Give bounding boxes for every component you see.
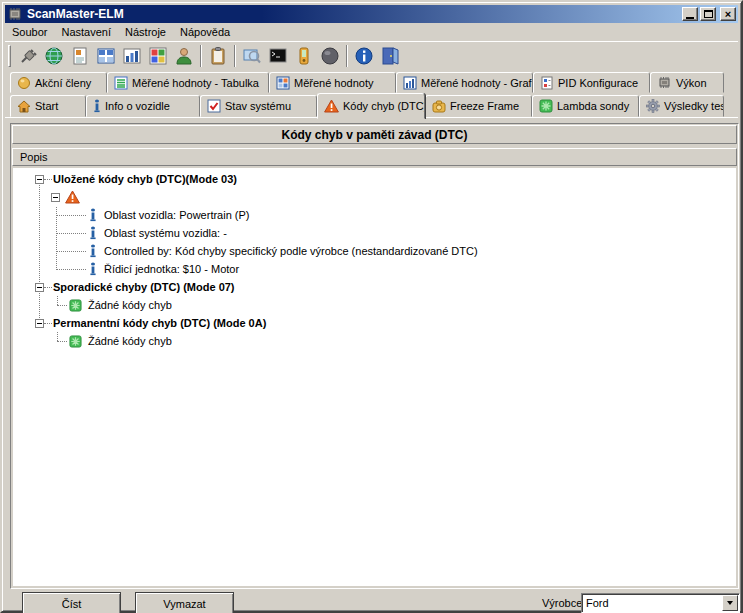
tree-node-no-codes[interactable]: Žádné kódy chyb bbox=[13, 332, 736, 350]
pid-config-icon bbox=[540, 76, 554, 90]
tree-node-stored-codes[interactable]: Uložené kódy chyb (DTC)(Mode 03) bbox=[13, 170, 736, 188]
web-button[interactable] bbox=[41, 43, 67, 69]
menu-nastroje[interactable]: Nástroje bbox=[118, 24, 173, 40]
tree-node-detail[interactable]: Oblast systému vozidla: - bbox=[13, 224, 736, 242]
menu-napoveda[interactable]: Nápověda bbox=[173, 24, 237, 40]
chip-icon bbox=[657, 76, 672, 89]
tab-info-o-vozidle[interactable]: Info o vozidle bbox=[86, 95, 200, 117]
report-icon bbox=[70, 46, 90, 66]
collapse-box-icon[interactable] bbox=[51, 193, 60, 202]
scanmaster-window: ScanMaster-ELM × Soubor Nastavení Nástro… bbox=[0, 0, 743, 613]
tab-lambda-sondy[interactable]: Lambda sondy bbox=[532, 95, 639, 117]
tab-merene-hodnoty[interactable]: Měřené hodnoty bbox=[269, 72, 396, 93]
read-button-label: Číst bbox=[62, 598, 82, 613]
search-screen-icon bbox=[242, 46, 262, 66]
tree-node-no-codes[interactable]: Žádné kódy chyb bbox=[13, 296, 736, 314]
column-header-popis[interactable]: Popis bbox=[12, 148, 737, 166]
tree-node-label: P1518 - Intake Manifold Runner Control S… bbox=[86, 191, 466, 203]
user-icon bbox=[174, 46, 194, 66]
collapse-box-icon[interactable] bbox=[35, 283, 44, 292]
tab-label: Měřené hodnoty - Graf bbox=[421, 77, 532, 89]
toolbar-grip[interactable] bbox=[8, 45, 11, 67]
clear-button[interactable]: Vymazat bbox=[135, 592, 234, 613]
read-button[interactable]: Číst bbox=[22, 592, 121, 613]
tree-node-label: Oblast systému vozidla: - bbox=[104, 227, 227, 239]
info-i-icon bbox=[89, 262, 97, 276]
menu-nastaveni[interactable]: Nastavení bbox=[54, 24, 118, 40]
tab-label: Lambda sondy bbox=[557, 100, 629, 112]
device-button[interactable] bbox=[291, 43, 317, 69]
tab-merene-hodnoty-tabulka[interactable]: Měřené hodnoty - Tabulka bbox=[107, 72, 269, 93]
tab-label: Výsledky testu bbox=[664, 100, 724, 112]
tree-node-label: Sporadické chyby (DTC) (Mode 07) bbox=[53, 281, 235, 293]
dtc-panel: Kódy chyb v paměti závad (DTC) Popis bbox=[10, 123, 739, 589]
tree-node-label: Oblast vozidla: Powertrain (P) bbox=[104, 209, 250, 221]
collapse-box-icon[interactable] bbox=[35, 175, 44, 184]
info-icon bbox=[354, 46, 374, 66]
chip-app-icon bbox=[7, 7, 23, 21]
tab-label: Stav systému bbox=[225, 100, 291, 112]
collapse-box-icon[interactable] bbox=[35, 319, 44, 328]
values-table-button[interactable] bbox=[93, 43, 119, 69]
dashboard-button[interactable] bbox=[145, 43, 171, 69]
device-icon bbox=[294, 46, 314, 66]
maximize-icon bbox=[704, 10, 713, 18]
exit-button[interactable] bbox=[377, 43, 403, 69]
clipboard-button[interactable] bbox=[205, 43, 231, 69]
terminal-icon bbox=[268, 46, 288, 66]
terminal-button[interactable] bbox=[265, 43, 291, 69]
maximize-button[interactable] bbox=[700, 7, 716, 21]
info-button[interactable] bbox=[351, 43, 377, 69]
tab-vysledky-testu[interactable]: Výsledky testu bbox=[639, 95, 724, 117]
search-screen-button[interactable] bbox=[239, 43, 265, 69]
gauge-button[interactable] bbox=[317, 43, 343, 69]
tab-stav-systemu[interactable]: Stav systému bbox=[200, 95, 317, 117]
web-icon bbox=[44, 46, 64, 66]
clipboard-icon bbox=[208, 46, 228, 66]
actuator-icon bbox=[17, 76, 31, 90]
tree-node-permanent-codes[interactable]: Permanentní kódy chyb (DTC) (Mode 0A) bbox=[13, 314, 736, 332]
tree-node-label: Uložené kódy chyb (DTC)(Mode 03) bbox=[53, 173, 237, 185]
dropdown-button[interactable] bbox=[722, 595, 738, 611]
minimize-button[interactable] bbox=[682, 7, 698, 21]
tab-label: Start bbox=[35, 100, 58, 112]
connect-button[interactable] bbox=[15, 43, 41, 69]
tab-merene-hodnoty-graf[interactable]: Měřené hodnoty - Graf bbox=[396, 72, 533, 93]
tab-label: Kódy chyb (DTC) bbox=[343, 100, 425, 112]
tab-label: PID Konfigurace bbox=[558, 77, 638, 89]
graph-icon bbox=[122, 46, 142, 66]
tab-label: Výkon bbox=[676, 77, 707, 89]
menu-soubor[interactable]: Soubor bbox=[5, 24, 54, 40]
tree-node-detail[interactable]: Oblast vozidla: Powertrain (P) bbox=[13, 206, 736, 224]
tab-pid-konfigurace[interactable]: PID Konfigurace bbox=[533, 72, 650, 93]
info-i-icon bbox=[89, 226, 97, 240]
tree-node-detail[interactable]: Řídicí jednotka: $10 - Motor bbox=[13, 260, 736, 278]
info-i-icon bbox=[93, 99, 101, 113]
tab-kody-chyb-dtc[interactable]: Kódy chyb (DTC) bbox=[317, 93, 425, 119]
no-codes-ok-icon bbox=[69, 299, 82, 312]
dashboard-icon bbox=[148, 46, 168, 66]
tab-freeze-frame[interactable]: Freeze Frame bbox=[425, 95, 532, 117]
list-icon bbox=[114, 76, 128, 90]
close-button[interactable]: × bbox=[720, 7, 736, 21]
chevron-down-icon bbox=[727, 601, 733, 605]
report-button[interactable] bbox=[67, 43, 93, 69]
manufacturer-select[interactable]: Ford bbox=[581, 593, 740, 613]
info-i-icon bbox=[89, 208, 97, 222]
manufacturer-label: Výrobce bbox=[542, 597, 582, 609]
gear-icon bbox=[646, 99, 660, 113]
no-codes-ok-icon bbox=[69, 335, 82, 348]
values-graph-button[interactable] bbox=[119, 43, 145, 69]
tab-content-pane: Kódy chyb v paměti závad (DTC) Popis bbox=[5, 117, 738, 590]
tree-node-label: Controlled by: Kód chyby specifický podl… bbox=[104, 245, 478, 257]
user-button[interactable] bbox=[171, 43, 197, 69]
tree-node-sporadic-codes[interactable]: Sporadické chyby (DTC) (Mode 07) bbox=[13, 278, 736, 296]
tab-vykon[interactable]: Výkon bbox=[650, 72, 724, 93]
tree-node-detail[interactable]: Controlled by: Kód chyby specifický podl… bbox=[13, 242, 736, 260]
tab-akcni-cleny[interactable]: Akční členy bbox=[10, 72, 107, 93]
checkbox-icon bbox=[207, 99, 221, 113]
bar-chart-icon bbox=[403, 76, 417, 90]
tab-start[interactable]: Start bbox=[10, 95, 86, 117]
title-bar: ScanMaster-ELM × bbox=[5, 5, 738, 23]
tree-node-p1518[interactable]: P1518 - Intake Manifold Runner Control S… bbox=[13, 188, 736, 206]
